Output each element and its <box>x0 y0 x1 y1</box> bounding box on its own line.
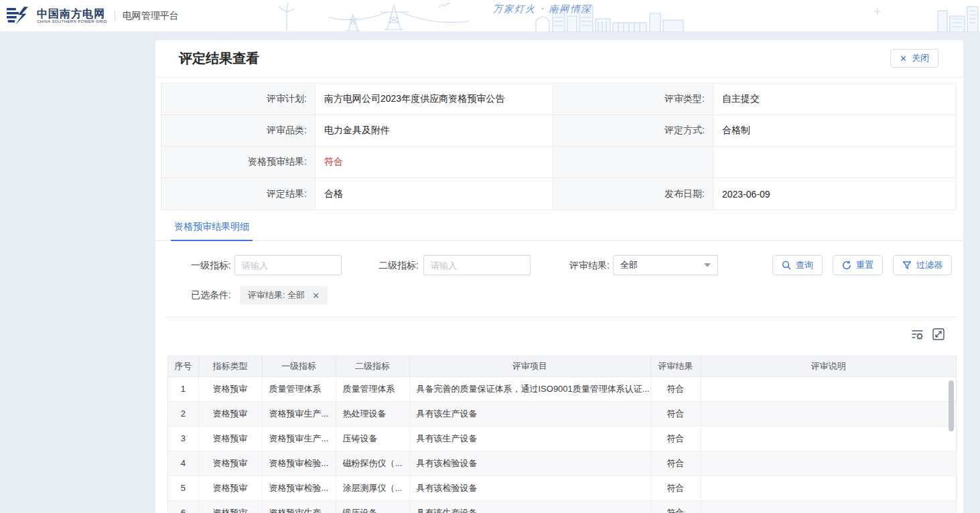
summary-prequal-value: 符合 <box>316 147 553 178</box>
section-divider <box>166 317 957 317</box>
review-result-selected-value: 全部 <box>620 259 638 271</box>
summary-method-value: 合格制 <box>713 115 956 147</box>
column-settings-icon[interactable] <box>910 327 925 342</box>
table-row: 1 资格预审 质量管理体系 质量管理体系 具备完善的质量保证体系，通过ISO90… <box>168 376 956 401</box>
cell-level2: 压铸设备 <box>336 426 409 451</box>
summary-type-label: 评审类型: <box>553 84 713 115</box>
cell-review-result: 符合 <box>650 451 701 475</box>
results-table: 序号 指标类型 一级指标 二级指标 评审项目 评审结果 评审说明 1 资格预审 … <box>168 356 956 513</box>
chip-close-icon[interactable]: ✕ <box>312 291 320 300</box>
cell-review-note <box>701 426 956 451</box>
brand-divider <box>115 11 115 21</box>
refresh-icon <box>842 261 851 270</box>
summary-method-label: 评定方式: <box>553 115 713 147</box>
cell-review-item: 具有该生产设备 <box>409 401 650 426</box>
level2-indicator-input[interactable] <box>423 255 531 275</box>
cell-review-item: 具备完善的质量保证体系，通过ISO9001质量管理体系认证... <box>409 376 650 401</box>
cell-review-note <box>701 376 956 401</box>
cell-level1: 资格预审生产... <box>262 426 336 451</box>
close-button[interactable]: ✕ 关闭 <box>890 49 938 68</box>
cell-level1: 质量管理体系 <box>262 376 336 401</box>
cell-seq: 6 <box>168 500 198 513</box>
cell-level2: 锻压设备 <box>336 500 409 513</box>
summary-publish-value: 2023-06-09 <box>713 178 956 210</box>
cell-level1: 资格预审生产... <box>262 401 336 426</box>
header-seq: 序号 <box>168 356 198 376</box>
search-label: 查询 <box>796 259 813 271</box>
cell-level1: 资格预审检验... <box>262 475 336 500</box>
header-level2: 二级指标 <box>336 356 409 376</box>
search-icon <box>782 261 791 270</box>
cell-review-result: 符合 <box>650 401 701 426</box>
selected-conditions-label: 已选条件: <box>191 289 231 301</box>
header-review-note: 评审说明 <box>701 356 956 376</box>
table-row: 4 资格预审 资格预审检验... 磁粉探伤仪（... 具有该检验设备 符合 <box>168 451 956 475</box>
cell-indicator-type: 资格预审 <box>198 475 262 500</box>
cell-review-item: 具有该检验设备 <box>409 451 650 475</box>
cell-review-result: 符合 <box>650 376 701 401</box>
filter-button[interactable]: 过滤器 <box>893 255 952 275</box>
cell-indicator-type: 资格预审 <box>198 500 262 513</box>
summary-category-value: 电力金具及附件 <box>316 115 553 147</box>
panel-header: 评定结果查看 ✕ 关闭 <box>155 40 963 78</box>
fullscreen-icon[interactable] <box>931 327 946 342</box>
summary-grid: 评审计划: 南方电网公司2023年度供应商资格预审公告 评审类型: 自主提交 评… <box>161 83 957 210</box>
cell-level2: 热处理设备 <box>336 401 409 426</box>
caret-down-icon <box>704 263 711 267</box>
close-icon: ✕ <box>900 54 907 63</box>
cell-indicator-type: 资格预审 <box>198 426 262 451</box>
cell-review-note <box>701 500 956 513</box>
assessment-result-panel: 评定结果查看 ✕ 关闭 评审计划: 南方电网公司2023年度供应商资格预审公告 … <box>155 40 963 513</box>
summary-plan-label: 评审计划: <box>161 84 316 115</box>
summary-type-value: 自主提交 <box>713 84 956 115</box>
table-body: 1 资格预审 质量管理体系 质量管理体系 具备完善的质量保证体系，通过ISO90… <box>168 376 956 513</box>
cell-level1: 资格预审生产... <box>262 500 336 513</box>
summary-empty-value <box>713 147 956 178</box>
cell-indicator-type: 资格预审 <box>198 376 262 401</box>
tab-bar: 资格预审结果明细 <box>155 217 963 241</box>
filter-actions: 查询 重置 过滤器 <box>772 255 952 275</box>
cell-review-item: 具有该生产设备 <box>409 500 650 513</box>
filter-bar: 一级指标: 二级指标: 评审结果: 全部 查询 重置 <box>155 255 963 275</box>
filter-chip-label: 评审结果: 全部 <box>248 289 305 301</box>
table-row: 2 资格预审 资格预审生产... 热处理设备 具有该生产设备 符合 <box>168 401 956 426</box>
table-row: 5 资格预审 资格预审检验... 涂层测厚仪（... 具有该检验设备 符合 <box>168 475 956 500</box>
search-button[interactable]: 查询 <box>772 255 823 275</box>
header-review-item: 评审项目 <box>409 356 650 376</box>
cell-level2: 涂层测厚仪（... <box>336 475 409 500</box>
brand-name-en: CHINA SOUTHERN POWER GRID <box>37 19 107 24</box>
filter-chip[interactable]: 评审结果: 全部 ✕ <box>240 286 328 305</box>
level1-indicator-input[interactable] <box>234 255 342 275</box>
cell-review-result: 符合 <box>650 426 701 451</box>
cell-indicator-type: 资格预审 <box>198 451 262 475</box>
summary-publish-label: 发布日期: <box>553 178 713 210</box>
cell-review-result: 符合 <box>650 500 701 513</box>
table-header: 序号 指标类型 一级指标 二级指标 评审项目 评审结果 评审说明 <box>168 356 956 376</box>
summary-empty-label <box>553 147 713 178</box>
header-indicator-type: 指标类型 <box>198 356 262 376</box>
brand-name-cn: 中国南方电网 <box>37 8 107 19</box>
cell-review-item: 具有该检验设备 <box>409 475 650 500</box>
summary-prequal-label: 资格预审结果: <box>161 147 316 178</box>
table-row: 6 资格预审 资格预审生产... 锻压设备 具有该生产设备 符合 <box>168 500 956 513</box>
table-row: 3 资格预审 资格预审生产... 压铸设备 具有该生产设备 符合 <box>168 426 956 451</box>
review-result-label: 评审结果: <box>569 255 610 275</box>
cell-seq: 4 <box>168 451 198 475</box>
table-scrollbar-thumb[interactable] <box>949 380 954 431</box>
summary-result-label: 评定结果: <box>161 178 316 210</box>
cell-seq: 3 <box>168 426 198 451</box>
reset-label: 重置 <box>856 259 873 271</box>
summary-result-value: 合格 <box>316 178 553 210</box>
platform-title: 电网管理平台 <box>123 10 179 22</box>
tab-prequalification-detail[interactable]: 资格预审结果明细 <box>171 217 253 241</box>
level2-indicator-label: 二级指标: <box>378 255 419 275</box>
cell-indicator-type: 资格预审 <box>198 401 262 426</box>
header-level1: 一级指标 <box>262 356 336 376</box>
header-review-result: 评审结果 <box>650 356 701 376</box>
review-result-select[interactable]: 全部 <box>613 255 718 275</box>
reset-button[interactable]: 重置 <box>833 255 883 275</box>
summary-category-label: 评审品类: <box>161 115 316 147</box>
close-label: 关闭 <box>912 52 929 64</box>
cell-review-result: 符合 <box>650 475 701 500</box>
brand-text: 中国南方电网 CHINA SOUTHERN POWER GRID <box>37 8 107 24</box>
